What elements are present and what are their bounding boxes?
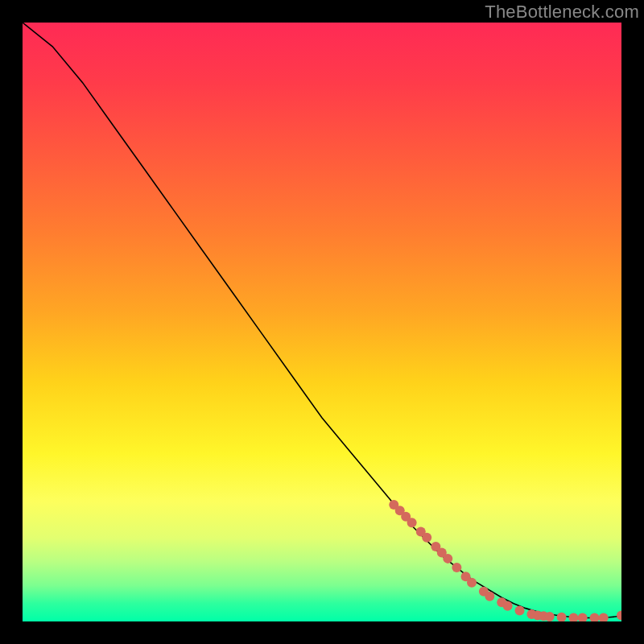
data-point-marker — [568, 613, 578, 621]
data-point-marker — [599, 613, 609, 621]
data-point-marker — [485, 592, 494, 601]
data-point-marker — [617, 611, 621, 621]
chart-svg — [23, 23, 621, 621]
plot-area — [23, 23, 621, 621]
data-point-marker — [407, 518, 417, 527]
watermark-text: TheBottleneck.com — [485, 2, 639, 23]
data-point-marker — [515, 606, 525, 616]
bottleneck-curve — [23, 23, 621, 618]
data-point-marker — [443, 554, 452, 564]
data-point-marker — [545, 612, 555, 621]
curve-markers — [389, 500, 621, 621]
data-point-marker — [590, 613, 600, 621]
chart-frame: TheBottleneck.com — [0, 0, 644, 644]
data-point-marker — [422, 533, 431, 543]
data-point-marker — [467, 578, 477, 588]
data-point-marker — [578, 613, 588, 621]
data-point-marker — [557, 613, 567, 621]
data-point-marker — [503, 601, 513, 611]
data-point-marker — [452, 563, 461, 572]
